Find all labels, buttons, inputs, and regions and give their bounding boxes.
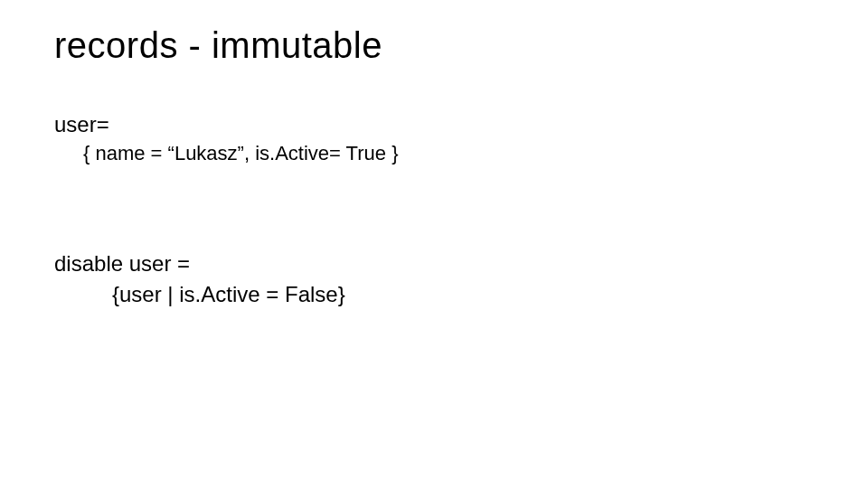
code-line-disable-decl: disable user = (54, 249, 814, 279)
code-line-user-decl: user= (54, 109, 814, 140)
slide-content: records - immutable user= { name = “Luka… (0, 0, 868, 335)
spacer (54, 167, 814, 249)
slide-title: records - immutable (54, 25, 814, 66)
code-line-disable-body: {user | is.Active = False} (54, 279, 814, 310)
code-line-user-body: { name = “Lukasz”, is.Active= True } (54, 140, 814, 168)
